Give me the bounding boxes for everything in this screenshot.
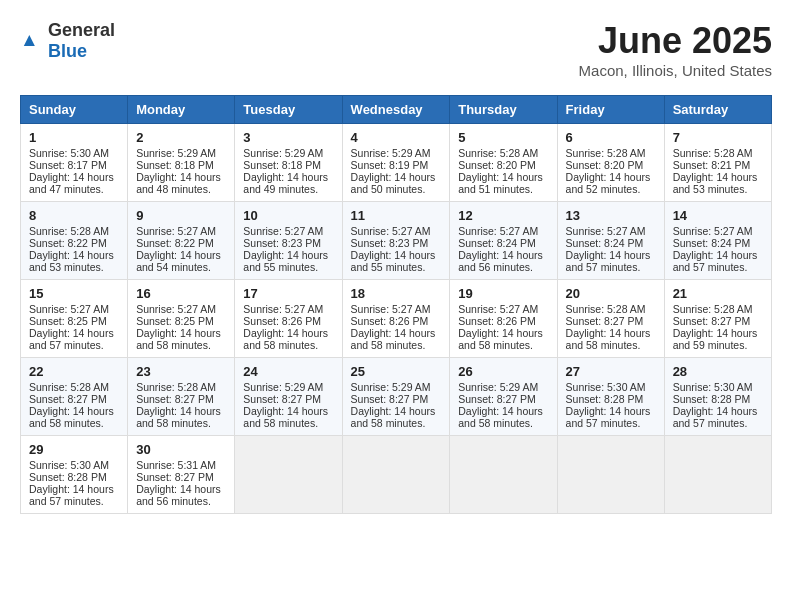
sunset-label: Sunset: 8:23 PM: [243, 237, 321, 249]
sunrise-label: Sunrise: 5:29 AM: [351, 381, 431, 393]
sunrise-label: Sunrise: 5:27 AM: [29, 303, 109, 315]
sunrise-label: Sunrise: 5:27 AM: [243, 303, 323, 315]
daylight-label: Daylight: 14 hours and 52 minutes.: [566, 171, 651, 195]
day-number: 28: [673, 364, 763, 379]
day-number: 23: [136, 364, 226, 379]
sunset-label: Sunset: 8:26 PM: [351, 315, 429, 327]
daylight-label: Daylight: 14 hours and 48 minutes.: [136, 171, 221, 195]
table-row: 8 Sunrise: 5:28 AM Sunset: 8:22 PM Dayli…: [21, 202, 128, 280]
calendar-week-row: 1 Sunrise: 5:30 AM Sunset: 8:17 PM Dayli…: [21, 124, 772, 202]
sunrise-label: Sunrise: 5:27 AM: [351, 225, 431, 237]
day-number: 14: [673, 208, 763, 223]
table-row: 19 Sunrise: 5:27 AM Sunset: 8:26 PM Dayl…: [450, 280, 557, 358]
day-number: 9: [136, 208, 226, 223]
sunrise-label: Sunrise: 5:28 AM: [673, 303, 753, 315]
day-number: 22: [29, 364, 119, 379]
sunset-label: Sunset: 8:27 PM: [29, 393, 107, 405]
day-number: 8: [29, 208, 119, 223]
daylight-label: Daylight: 14 hours and 58 minutes.: [136, 405, 221, 429]
table-row: 3 Sunrise: 5:29 AM Sunset: 8:18 PM Dayli…: [235, 124, 342, 202]
sunrise-label: Sunrise: 5:28 AM: [29, 225, 109, 237]
daylight-label: Daylight: 14 hours and 56 minutes.: [458, 249, 543, 273]
table-row: 14 Sunrise: 5:27 AM Sunset: 8:24 PM Dayl…: [664, 202, 771, 280]
table-row: 27 Sunrise: 5:30 AM Sunset: 8:28 PM Dayl…: [557, 358, 664, 436]
daylight-label: Daylight: 14 hours and 58 minutes.: [458, 327, 543, 351]
daylight-label: Daylight: 14 hours and 59 minutes.: [673, 327, 758, 351]
daylight-label: Daylight: 14 hours and 57 minutes.: [566, 249, 651, 273]
table-row: 23 Sunrise: 5:28 AM Sunset: 8:27 PM Dayl…: [128, 358, 235, 436]
sunset-label: Sunset: 8:25 PM: [29, 315, 107, 327]
daylight-label: Daylight: 14 hours and 50 minutes.: [351, 171, 436, 195]
col-header-monday: Monday: [128, 96, 235, 124]
calendar-week-row: 29 Sunrise: 5:30 AM Sunset: 8:28 PM Dayl…: [21, 436, 772, 514]
day-number: 6: [566, 130, 656, 145]
sunrise-label: Sunrise: 5:28 AM: [566, 303, 646, 315]
table-row: 29 Sunrise: 5:30 AM Sunset: 8:28 PM Dayl…: [21, 436, 128, 514]
logo: ▲ General Blue: [20, 20, 115, 62]
logo-blue: Blue: [48, 41, 87, 61]
header-row: SundayMondayTuesdayWednesdayThursdayFrid…: [21, 96, 772, 124]
table-row: 28 Sunrise: 5:30 AM Sunset: 8:28 PM Dayl…: [664, 358, 771, 436]
table-row: [342, 436, 450, 514]
calendar-title: June 2025: [579, 20, 772, 62]
sunrise-label: Sunrise: 5:28 AM: [29, 381, 109, 393]
sunset-label: Sunset: 8:27 PM: [351, 393, 429, 405]
day-number: 26: [458, 364, 548, 379]
col-header-sunday: Sunday: [21, 96, 128, 124]
table-row: 16 Sunrise: 5:27 AM Sunset: 8:25 PM Dayl…: [128, 280, 235, 358]
table-row: [664, 436, 771, 514]
sunset-label: Sunset: 8:27 PM: [136, 471, 214, 483]
logo-general: General: [48, 20, 115, 40]
table-row: 20 Sunrise: 5:28 AM Sunset: 8:27 PM Dayl…: [557, 280, 664, 358]
sunset-label: Sunset: 8:20 PM: [566, 159, 644, 171]
sunset-label: Sunset: 8:23 PM: [351, 237, 429, 249]
table-row: 13 Sunrise: 5:27 AM Sunset: 8:24 PM Dayl…: [557, 202, 664, 280]
sunrise-label: Sunrise: 5:29 AM: [136, 147, 216, 159]
sunset-label: Sunset: 8:26 PM: [243, 315, 321, 327]
sunrise-label: Sunrise: 5:27 AM: [351, 303, 431, 315]
daylight-label: Daylight: 14 hours and 53 minutes.: [673, 171, 758, 195]
table-row: [557, 436, 664, 514]
sunrise-label: Sunrise: 5:30 AM: [566, 381, 646, 393]
table-row: 11 Sunrise: 5:27 AM Sunset: 8:23 PM Dayl…: [342, 202, 450, 280]
sunrise-label: Sunrise: 5:28 AM: [136, 381, 216, 393]
col-header-wednesday: Wednesday: [342, 96, 450, 124]
sunrise-label: Sunrise: 5:28 AM: [673, 147, 753, 159]
calendar-week-row: 22 Sunrise: 5:28 AM Sunset: 8:27 PM Dayl…: [21, 358, 772, 436]
daylight-label: Daylight: 14 hours and 58 minutes.: [243, 327, 328, 351]
day-number: 19: [458, 286, 548, 301]
sunrise-label: Sunrise: 5:27 AM: [458, 303, 538, 315]
daylight-label: Daylight: 14 hours and 57 minutes.: [29, 483, 114, 507]
calendar-week-row: 15 Sunrise: 5:27 AM Sunset: 8:25 PM Dayl…: [21, 280, 772, 358]
table-row: 26 Sunrise: 5:29 AM Sunset: 8:27 PM Dayl…: [450, 358, 557, 436]
daylight-label: Daylight: 14 hours and 57 minutes.: [566, 405, 651, 429]
day-number: 21: [673, 286, 763, 301]
table-row: 1 Sunrise: 5:30 AM Sunset: 8:17 PM Dayli…: [21, 124, 128, 202]
sunset-label: Sunset: 8:26 PM: [458, 315, 536, 327]
title-area: June 2025 Macon, Illinois, United States: [579, 20, 772, 79]
sunrise-label: Sunrise: 5:31 AM: [136, 459, 216, 471]
sunset-label: Sunset: 8:27 PM: [566, 315, 644, 327]
day-number: 10: [243, 208, 333, 223]
col-header-saturday: Saturday: [664, 96, 771, 124]
table-row: 12 Sunrise: 5:27 AM Sunset: 8:24 PM Dayl…: [450, 202, 557, 280]
sunset-label: Sunset: 8:24 PM: [673, 237, 751, 249]
day-number: 20: [566, 286, 656, 301]
svg-text:▲: ▲: [20, 29, 39, 50]
day-number: 27: [566, 364, 656, 379]
sunrise-label: Sunrise: 5:30 AM: [673, 381, 753, 393]
table-row: 15 Sunrise: 5:27 AM Sunset: 8:25 PM Dayl…: [21, 280, 128, 358]
sunrise-label: Sunrise: 5:28 AM: [566, 147, 646, 159]
table-row: 9 Sunrise: 5:27 AM Sunset: 8:22 PM Dayli…: [128, 202, 235, 280]
day-number: 11: [351, 208, 442, 223]
sunset-label: Sunset: 8:21 PM: [673, 159, 751, 171]
daylight-label: Daylight: 14 hours and 55 minutes.: [351, 249, 436, 273]
daylight-label: Daylight: 14 hours and 57 minutes.: [29, 327, 114, 351]
sunset-label: Sunset: 8:18 PM: [136, 159, 214, 171]
sunset-label: Sunset: 8:27 PM: [673, 315, 751, 327]
daylight-label: Daylight: 14 hours and 55 minutes.: [243, 249, 328, 273]
table-row: 6 Sunrise: 5:28 AM Sunset: 8:20 PM Dayli…: [557, 124, 664, 202]
day-number: 29: [29, 442, 119, 457]
daylight-label: Daylight: 14 hours and 57 minutes.: [673, 249, 758, 273]
sunset-label: Sunset: 8:25 PM: [136, 315, 214, 327]
